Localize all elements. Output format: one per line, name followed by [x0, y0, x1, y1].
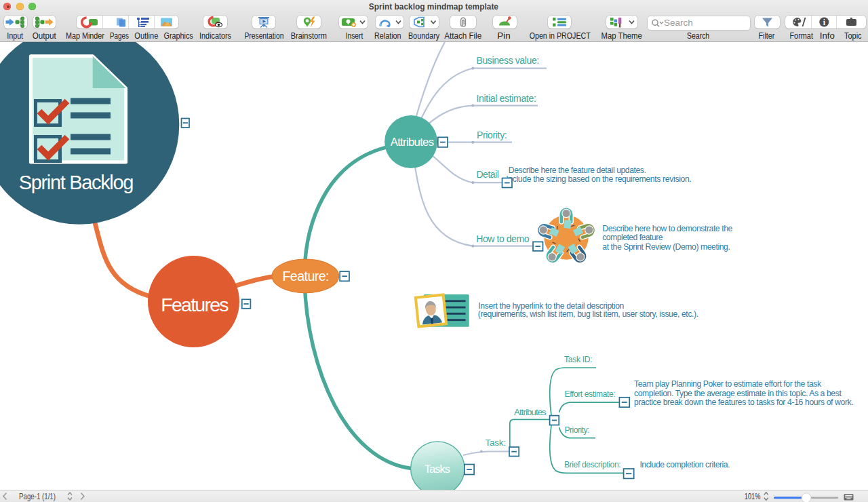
svg-text:Graphics: Graphics — [164, 31, 193, 41]
svg-text:Priority:: Priority: — [565, 425, 590, 435]
svg-text:Include completion criteria.: Include completion criteria. — [639, 460, 730, 469]
svg-text:Relation: Relation — [374, 31, 401, 41]
svg-text:Business value:: Business value: — [477, 55, 540, 66]
svg-text:Boundary: Boundary — [408, 31, 440, 41]
svg-text:Sprint Backlog: Sprint Backlog — [19, 172, 134, 193]
svg-text:Feature:: Feature: — [282, 269, 329, 284]
svg-text:Search: Search — [687, 31, 709, 41]
svg-text:Team play Planning Poker to es: Team play Planning Poker to estimate eff… — [634, 379, 822, 389]
svg-text:Features: Features — [161, 294, 229, 315]
svg-text:Open in PROJECT: Open in PROJECT — [530, 31, 591, 41]
svg-text:at the Sprint Review (Demo) me: at the Sprint Review (Demo) meeting. — [602, 242, 730, 252]
svg-text:Describe here how to demonstra: Describe here how to demonstrate the — [602, 224, 732, 233]
svg-text:Initial estimate:: Initial estimate: — [477, 93, 536, 104]
svg-text:Insert: Insert — [346, 31, 363, 41]
svg-text:Detail: Detail — [477, 169, 499, 180]
svg-text:Include the sizing based on th: Include the sizing based on the requirem… — [506, 174, 692, 184]
svg-text:Presentation: Presentation — [244, 31, 283, 41]
svg-text:101%: 101% — [745, 492, 761, 501]
svg-text:Input: Input — [7, 31, 23, 41]
svg-text:Attributes: Attributes — [391, 136, 434, 149]
svg-text:Attributes: Attributes — [514, 407, 547, 417]
svg-text:Effort estimate:: Effort estimate: — [565, 389, 616, 399]
svg-text:Outline: Outline — [134, 31, 158, 41]
svg-text:Attach File: Attach File — [444, 31, 481, 41]
svg-text:Pages: Pages — [110, 31, 129, 41]
svg-text:Map Theme: Map Theme — [601, 31, 642, 41]
svg-text:Info: Info — [820, 31, 835, 41]
svg-text:Sprint backlog mindmap templat: Sprint backlog mindmap template — [369, 1, 498, 12]
svg-text:Brief description:: Brief description: — [564, 460, 621, 469]
svg-text:How to demo: How to demo — [476, 233, 529, 244]
svg-text:completion. Type the average e: completion. Type the average estimate in… — [634, 389, 842, 398]
svg-text:(requirements, wish list item,: (requirements, wish list item, bug list … — [478, 309, 698, 319]
svg-text:completed feature: completed feature — [602, 233, 663, 242]
svg-text:Task ID:: Task ID: — [564, 355, 593, 364]
svg-text:Search: Search — [664, 18, 693, 28]
svg-text:Filter: Filter — [759, 31, 775, 41]
svg-text:Format: Format — [789, 31, 813, 41]
svg-text:Page-1 (1/1): Page-1 (1/1) — [19, 492, 56, 501]
svg-text:Priority:: Priority: — [477, 130, 507, 140]
svg-text:Indicators: Indicators — [199, 31, 231, 41]
svg-text:Task:: Task: — [485, 438, 506, 448]
svg-text:Output: Output — [33, 31, 57, 41]
svg-text:Tasks: Tasks — [425, 463, 450, 475]
svg-text:practice break down the featur: practice break down the features to task… — [634, 398, 854, 407]
svg-text:Map Minder: Map Minder — [66, 31, 104, 41]
svg-text:Brainstorm: Brainstorm — [291, 31, 327, 41]
svg-text:Describe here the feature deta: Describe here the feature detail updates… — [509, 166, 646, 175]
svg-text:Pin: Pin — [497, 31, 511, 41]
svg-text:Topic: Topic — [844, 31, 862, 41]
